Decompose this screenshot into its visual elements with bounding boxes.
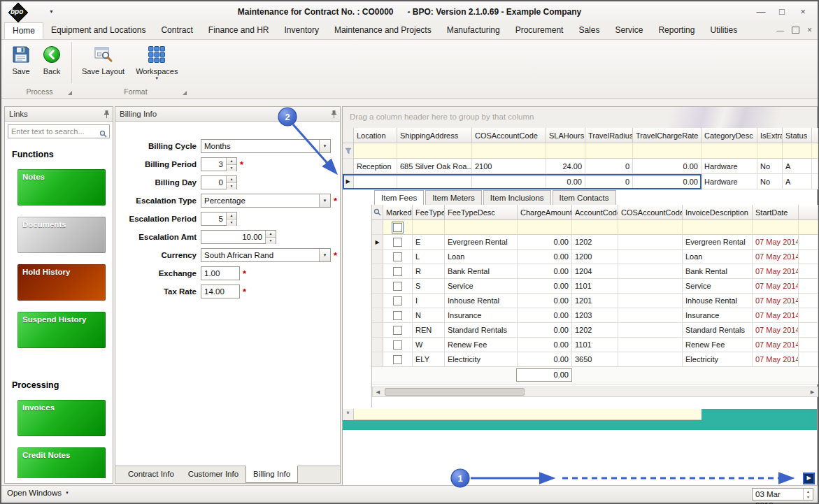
cell-marked[interactable]: [383, 338, 413, 352]
fees-row-6[interactable]: RENStandard Rentals0.001202Standard Rent…: [372, 323, 818, 338]
quick-access-caret-icon[interactable]: ▼: [49, 9, 54, 14]
cell-feetypedesc[interactable]: Electricity: [445, 352, 518, 367]
cell-chargeamount[interactable]: 0.00: [518, 338, 572, 352]
cell-isextra[interactable]: No: [757, 174, 783, 189]
filter-cell-travelradius[interactable]: [585, 143, 633, 159]
scrollbar-track[interactable]: [383, 387, 807, 396]
filter-cell-chargeamount[interactable]: [518, 220, 572, 235]
checkbox-icon[interactable]: [393, 311, 402, 320]
fees-row-1[interactable]: LLoan0.001200Loan07 May 2014: [372, 250, 818, 264]
cell-cosaccountcode[interactable]: [618, 235, 683, 250]
cell-marked[interactable]: [383, 308, 413, 323]
cell-cosaccountcode[interactable]: [618, 279, 683, 294]
cell-accountcode[interactable]: 1101: [572, 279, 618, 294]
cell-status[interactable]: A: [783, 159, 812, 174]
cell-accountcode[interactable]: 1201: [572, 294, 618, 308]
ribbon-button-back[interactable]: Back: [36, 42, 67, 78]
tab-billing-info[interactable]: Billing Info: [245, 466, 298, 483]
cell-startdate[interactable]: 07 May 2014: [753, 323, 799, 338]
ribbon-tab-contract[interactable]: Contract: [153, 22, 200, 39]
dropdown-button[interactable]: ▼: [319, 140, 330, 152]
column-header-status[interactable]: Status: [783, 128, 812, 143]
cell-feetype[interactable]: R: [413, 264, 445, 279]
column-header-cosaccountcode[interactable]: COSAccountCode: [472, 128, 546, 143]
filter-cell-feetypedesc[interactable]: [445, 220, 518, 235]
filter-cell-filler[interactable]: [799, 220, 818, 235]
field-billing-day[interactable]: 0▲▼: [201, 175, 237, 189]
dialog-launcher-icon[interactable]: [68, 91, 72, 95]
cell-feetypedesc[interactable]: Service: [445, 279, 518, 294]
fees-row-2[interactable]: RBank Rental0.001204Bank Rental07 May 20…: [372, 264, 818, 279]
ribbon-close-icon[interactable]: ×: [807, 25, 812, 35]
cell-feetypedesc[interactable]: Evergreen Rental: [445, 235, 518, 250]
fees-row-8[interactable]: ELYElectricity0.003650Electricity07 May …: [372, 352, 818, 367]
cell-travelchargerate[interactable]: 0.00: [633, 159, 702, 174]
cell-startdate[interactable]: 07 May 2014: [753, 352, 799, 367]
cell-feetype[interactable]: I: [413, 294, 445, 308]
fees-search-button[interactable]: [372, 205, 383, 220]
filter-cell-categorydesc[interactable]: [702, 143, 757, 159]
ribbon-button-save[interactable]: Save: [6, 42, 36, 78]
group-by-bar[interactable]: Drag a column header here to group by th…: [343, 107, 817, 129]
cell-marked[interactable]: [383, 279, 413, 294]
cell-marked[interactable]: [383, 235, 413, 250]
field-exchange[interactable]: 1.00: [201, 266, 240, 280]
cell-startdate[interactable]: 07 May 2014: [753, 235, 799, 250]
cell-cosaccountcode[interactable]: [618, 338, 683, 352]
cell-invoicedescription[interactable]: Inhouse Rental: [683, 294, 753, 308]
cell-accountcode[interactable]: 1204: [572, 264, 618, 279]
column-header-travelradius[interactable]: TravelRadius: [585, 128, 633, 143]
dropdown-button[interactable]: ▼: [319, 249, 330, 261]
cell-chargeamount[interactable]: 0.00: [518, 250, 572, 264]
cell-invoicedescription[interactable]: Service: [683, 279, 753, 294]
filter-cell-invoicedescription[interactable]: [683, 220, 753, 235]
column-header-feetype[interactable]: FeeType: [413, 205, 445, 220]
cell-startdate[interactable]: 07 May 2014: [753, 250, 799, 264]
filter-cell-location[interactable]: [354, 143, 397, 159]
ribbon-tab-maintenance-and-projects[interactable]: Maintenance and Projects: [327, 22, 439, 39]
cell-startdate[interactable]: 07 May 2014: [753, 294, 799, 308]
locations-row-0[interactable]: Reception685 Silver Oak Roa...210024.000…: [343, 159, 817, 174]
cell-categorydesc[interactable]: Hardware: [702, 159, 757, 174]
checkbox-icon[interactable]: [393, 252, 402, 261]
cell-chargeamount[interactable]: 0.00: [518, 264, 572, 279]
checkbox-icon[interactable]: [393, 267, 402, 276]
filter-cell-shippingaddress[interactable]: [397, 143, 472, 159]
scrollbar-thumb[interactable]: [385, 388, 525, 396]
column-header-startdate[interactable]: StartDate: [753, 205, 799, 220]
ribbon-tab-service[interactable]: Service: [607, 22, 650, 39]
cell-cosaccountcode[interactable]: [618, 264, 683, 279]
link-button-notes[interactable]: Notes: [17, 169, 106, 206]
cell-chargeamount[interactable]: 0.00: [518, 279, 572, 294]
cell-feetypedesc[interactable]: Renew Fee: [445, 338, 518, 352]
field-currency[interactable]: South African Rand▼: [201, 248, 331, 262]
column-header-feetypedesc[interactable]: FeeTypeDesc: [445, 205, 518, 220]
tab-item-inclusions[interactable]: Item Inclusions: [483, 190, 551, 205]
cell-feetypedesc[interactable]: Bank Rental: [445, 264, 518, 279]
cell-chargeamount[interactable]: 0.00: [518, 294, 572, 308]
spinner-buttons[interactable]: ▲▼: [226, 176, 236, 189]
cell-startdate[interactable]: 07 May 2014: [753, 279, 799, 294]
ribbon-tab-finance-and-hr[interactable]: Finance and HR: [201, 22, 277, 39]
cell-feetype[interactable]: L: [413, 250, 445, 264]
ribbon-restore-icon[interactable]: [792, 27, 799, 34]
cell-feetypedesc[interactable]: Loan: [445, 250, 518, 264]
cell-chargeamount[interactable]: 0.00: [518, 308, 572, 323]
fees-row-4[interactable]: IInhouse Rental0.001201Inhouse Rental07 …: [372, 294, 818, 308]
field-billing-cycle[interactable]: Months▼: [201, 139, 331, 153]
ribbon-tab-equipment-and-locations[interactable]: Equipment and Locations: [43, 22, 153, 39]
dialog-launcher-icon[interactable]: [183, 91, 187, 95]
ribbon-tab-home[interactable]: Home: [4, 22, 43, 39]
cell-marked[interactable]: [383, 250, 413, 264]
spinner-buttons[interactable]: ▲▼: [226, 213, 236, 225]
cell-feetype[interactable]: ELY: [413, 352, 445, 367]
cell-cosaccountcode[interactable]: 2100: [472, 159, 546, 174]
spin-down-icon[interactable]: ▼: [804, 494, 813, 500]
cell-location[interactable]: [354, 174, 397, 189]
column-header-cosaccountcode[interactable]: COSAccountCode: [618, 205, 683, 220]
ribbon-tab-utilities[interactable]: Utilities: [702, 22, 745, 39]
filter-cell-cosaccountcode[interactable]: [472, 143, 546, 159]
filter-cell-status[interactable]: [783, 143, 812, 159]
cell-invoicedescription[interactable]: Insurance: [683, 308, 753, 323]
checkbox-icon[interactable]: [393, 326, 402, 335]
